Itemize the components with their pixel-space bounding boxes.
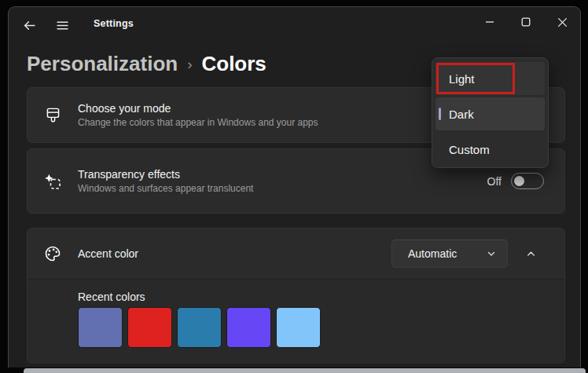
toggle-knob	[514, 176, 524, 186]
accent-section-collapse-button[interactable]	[517, 240, 544, 267]
transparency-toggle[interactable]	[511, 173, 544, 189]
app-title: Settings	[94, 18, 134, 29]
mode-option-dark-label: Dark	[449, 108, 474, 121]
breadcrumb-personalization[interactable]: Personalization	[27, 52, 178, 76]
settings-window: Settings	[8, 6, 581, 368]
recent-colors-label: Recent colors	[78, 291, 564, 303]
recent-color-swatch[interactable]	[276, 307, 321, 348]
screenshot-root: Settings	[0, 0, 588, 373]
accent-color-card: Accent color Automatic	[27, 228, 565, 364]
chevron-down-icon	[487, 249, 496, 258]
breadcrumb: Personalization › Colors	[27, 48, 266, 79]
maximize-button[interactable]	[508, 7, 544, 37]
maximize-icon	[521, 17, 531, 27]
titlebar: Settings	[9, 7, 580, 42]
recent-color-swatch[interactable]	[177, 307, 222, 348]
accent-color-dropdown-value: Automatic	[408, 247, 457, 260]
minimize-button[interactable]	[472, 7, 508, 37]
back-button[interactable]	[17, 13, 42, 37]
navigation-menu-button[interactable]	[50, 13, 75, 37]
mode-option-custom[interactable]: Custom	[435, 133, 545, 166]
transparency-subtitle: Windows and surfaces appear translucent	[78, 183, 487, 194]
selected-option-indicator	[439, 108, 441, 120]
recent-color-swatch[interactable]	[78, 307, 123, 348]
page-title: Colors	[201, 52, 266, 76]
accent-color-title: Accent color	[78, 247, 391, 260]
hamburger-icon	[56, 19, 69, 32]
background-window-edge	[24, 368, 586, 373]
recent-color-swatch[interactable]	[127, 307, 172, 348]
chevron-up-icon	[526, 249, 536, 259]
recent-colors-section: Recent colors	[28, 279, 564, 364]
window-controls	[472, 7, 580, 37]
palette-icon	[28, 245, 78, 262]
toggle-state-label: Off	[487, 175, 502, 188]
mode-option-dark[interactable]: Dark	[435, 97, 545, 130]
paintbrush-icon	[28, 107, 78, 123]
back-arrow-icon	[23, 19, 36, 32]
close-icon	[557, 17, 568, 27]
accent-color-header: Accent color Automatic	[28, 229, 564, 279]
transparency-sparkle-icon	[28, 173, 78, 190]
mode-option-light[interactable]: Light	[435, 62, 545, 95]
mode-dropdown-flyout: Light Dark Custom	[432, 57, 549, 168]
breadcrumb-chevron-icon: ›	[187, 54, 192, 73]
accent-color-dropdown[interactable]: Automatic	[391, 240, 508, 268]
recent-color-swatch[interactable]	[226, 307, 271, 348]
transparency-title: Transparency effects	[78, 168, 487, 181]
recent-colors-row	[78, 307, 564, 348]
minimize-icon	[485, 17, 494, 27]
close-button[interactable]	[544, 7, 580, 37]
